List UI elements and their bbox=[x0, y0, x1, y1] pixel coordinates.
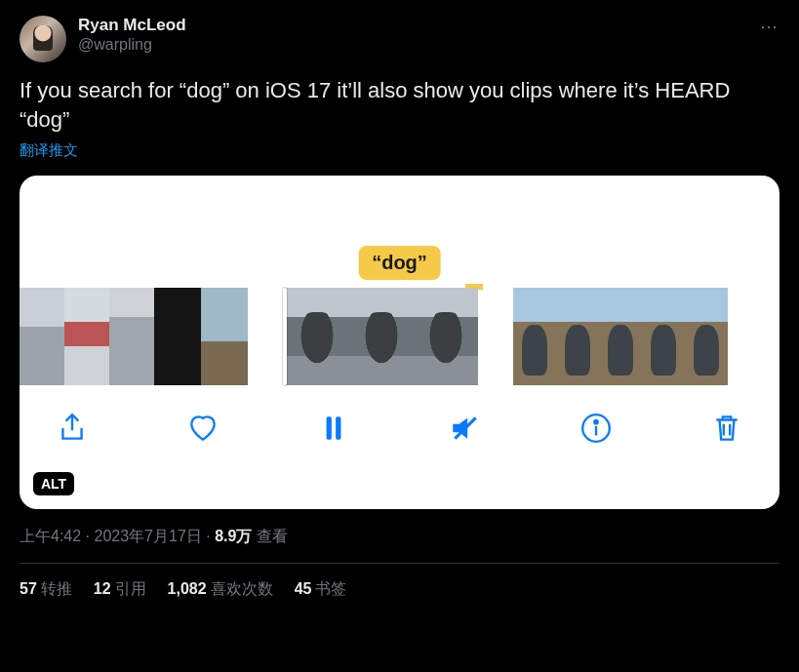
bookmarks-stat[interactable]: 45书签 bbox=[295, 579, 347, 600]
tweet-header: Ryan McLeod @warpling ⋯ bbox=[20, 16, 779, 62]
clip-thumb[interactable] bbox=[513, 288, 556, 385]
clip-group-2[interactable] bbox=[283, 288, 478, 385]
tweet-text: If you search for “dog” on iOS 17 it’ll … bbox=[20, 76, 779, 134]
views-label: 查看 bbox=[252, 528, 287, 544]
clip-thumb[interactable] bbox=[685, 288, 728, 385]
clip-thumb[interactable] bbox=[349, 288, 414, 385]
media-toolbar bbox=[20, 385, 779, 448]
clip-thumb[interactable] bbox=[414, 288, 478, 385]
clip-group-3[interactable] bbox=[513, 288, 728, 385]
clip-thumb[interactable] bbox=[599, 288, 642, 385]
clip-thumb[interactable] bbox=[642, 288, 685, 385]
info-icon[interactable] bbox=[577, 409, 616, 448]
svg-point-4 bbox=[594, 420, 597, 423]
clip-thumb[interactable] bbox=[201, 288, 248, 385]
heart-icon[interactable] bbox=[183, 409, 222, 448]
author-names[interactable]: Ryan McLeod @warpling bbox=[78, 16, 186, 55]
svg-rect-0 bbox=[327, 417, 332, 440]
clip-gap bbox=[248, 288, 283, 385]
handle: @warpling bbox=[78, 35, 186, 54]
clip-thumb[interactable] bbox=[20, 288, 64, 385]
mute-icon[interactable] bbox=[446, 409, 485, 448]
clip-gap bbox=[478, 288, 513, 385]
retweets-stat[interactable]: 57转推 bbox=[20, 579, 72, 600]
clip-thumb[interactable] bbox=[64, 288, 109, 385]
share-icon[interactable] bbox=[53, 409, 92, 448]
svg-rect-1 bbox=[337, 417, 341, 440]
pause-icon[interactable] bbox=[314, 409, 353, 448]
tweet-container: Ryan McLeod @warpling ⋯ If you search fo… bbox=[0, 0, 799, 600]
quotes-stat[interactable]: 12引用 bbox=[94, 579, 146, 600]
search-term-badge: “dog” bbox=[358, 246, 441, 280]
clip-thumb[interactable] bbox=[109, 288, 154, 385]
trash-icon[interactable] bbox=[707, 409, 746, 448]
tweet-meta: 上午4:42 · 2023年7月17日 · 8.9万 查看 bbox=[20, 527, 779, 547]
tweet-date[interactable]: 2023年7月17日 bbox=[94, 528, 201, 544]
avatar[interactable] bbox=[20, 16, 66, 62]
clip-group-1[interactable] bbox=[20, 288, 248, 385]
video-timeline[interactable] bbox=[20, 288, 779, 385]
clip-thumb[interactable] bbox=[556, 288, 599, 385]
media-top: “dog” bbox=[20, 176, 779, 288]
tweet-stats: 57转推 12引用 1,082喜欢次数 45书签 bbox=[20, 564, 779, 600]
alt-badge[interactable]: ALT bbox=[33, 472, 74, 495]
clip-thumb[interactable] bbox=[285, 288, 349, 385]
likes-stat[interactable]: 1,082喜欢次数 bbox=[168, 579, 273, 600]
display-name: Ryan McLeod bbox=[78, 16, 186, 35]
translate-link[interactable]: 翻译推文 bbox=[20, 141, 779, 160]
tweet-time[interactable]: 上午4:42 bbox=[20, 528, 81, 544]
clip-thumb[interactable] bbox=[154, 288, 201, 385]
playhead[interactable] bbox=[283, 288, 287, 385]
media-card[interactable]: “dog” bbox=[20, 176, 779, 509]
views-count: 8.9万 bbox=[215, 528, 252, 544]
more-button[interactable]: ⋯ bbox=[760, 16, 779, 37]
